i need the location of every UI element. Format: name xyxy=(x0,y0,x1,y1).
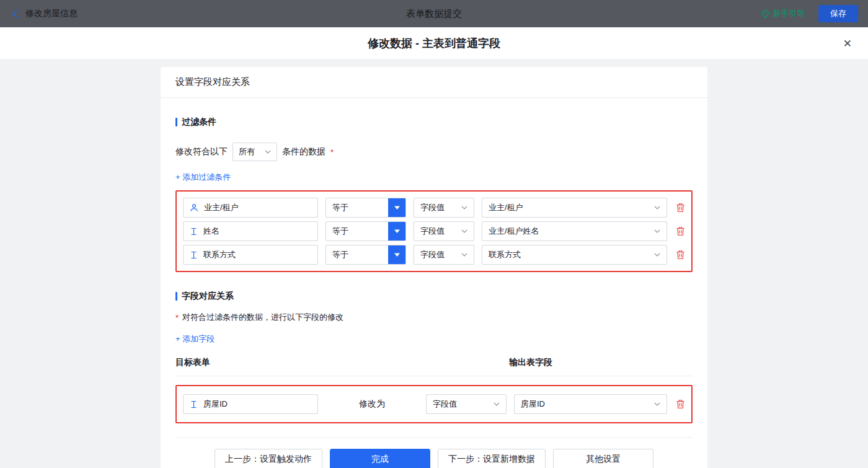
user-icon xyxy=(190,203,198,212)
text-field-icon xyxy=(190,227,198,236)
operator-value: 等于 xyxy=(332,249,348,260)
text-field-icon xyxy=(190,400,198,408)
value-type-select[interactable]: 字段值 xyxy=(414,221,474,241)
mapping-table-header: 目标表单 输出表字段 xyxy=(175,357,693,376)
close-icon[interactable]: ✕ xyxy=(843,38,852,48)
field-mapping-highlight-box: 房屋ID 修改为 字段值 房屋ID xyxy=(175,385,693,423)
card-footer: 上一步：设置触发动作 完成 下一步：设置新增数据 其他设置 xyxy=(175,438,693,468)
required-mark: * xyxy=(175,313,179,322)
value: 业主/租户 xyxy=(489,202,523,213)
card-body: 过滤条件 修改符合以下 所有 条件的数据 * + 添加过滤条件 xyxy=(161,98,707,468)
value-type-select[interactable]: 字段值 xyxy=(414,198,474,218)
required-mark: * xyxy=(330,148,334,157)
mapping-description-text: 对符合过滤条件的数据，进行以下字段的修改 xyxy=(182,312,343,323)
delete-icon[interactable] xyxy=(676,226,685,236)
delete-icon[interactable] xyxy=(676,250,685,260)
guide-label: 新手引导 xyxy=(773,8,805,19)
chevron-down-icon xyxy=(461,229,467,233)
value-type-select[interactable]: 字段值 xyxy=(426,394,507,414)
add-filter-condition-link[interactable]: + 添加过滤条件 xyxy=(175,172,231,182)
settings-card: 设置字段对应关系 过滤条件 修改符合以下 所有 条件的数据 * xyxy=(161,67,707,468)
filter-condition-row: 业主/租户 等于 字段值 业主/ xyxy=(183,198,685,218)
value-select[interactable]: 联系方式 xyxy=(482,245,667,265)
save-button[interactable]: 保存 xyxy=(818,5,858,22)
beginner-guide-link[interactable]: 新手引导 xyxy=(761,8,805,19)
value-type: 字段值 xyxy=(420,249,445,260)
topbar-left: 修改房屋信息 xyxy=(10,8,78,19)
dialog-title: 修改数据 - 主表到普通字段 xyxy=(368,36,500,51)
filter-condition-row: 姓名 等于 字段值 业主/租户姓 xyxy=(183,221,685,241)
other-settings-button[interactable]: 其他设置 xyxy=(553,449,653,468)
chevron-down-icon xyxy=(494,402,500,406)
field-name: 联系方式 xyxy=(203,249,236,260)
value-type-select[interactable]: 字段值 xyxy=(414,245,474,265)
add-field-link[interactable]: + 添加字段 xyxy=(175,334,215,343)
chevron-down-icon xyxy=(265,150,271,154)
filter-section-label: 过滤条件 xyxy=(182,117,216,128)
add-filter-row: + 添加过滤条件 xyxy=(175,171,693,183)
field-input[interactable]: 姓名 xyxy=(183,221,318,241)
filter-section-title: 过滤条件 xyxy=(175,117,693,128)
flow-title: 表单数据提交 xyxy=(406,8,462,20)
column-header-target-form: 目标表单 xyxy=(175,357,210,367)
field-input[interactable]: 房屋ID xyxy=(183,394,318,414)
chevron-down-icon xyxy=(654,253,660,257)
value-select[interactable]: 业主/租户姓名 xyxy=(482,221,667,241)
match-mode-value: 所有 xyxy=(239,146,255,157)
card-title: 设置字段对应关系 xyxy=(175,76,250,88)
next-step-button[interactable]: 下一步：设置新增数据 xyxy=(438,449,546,468)
operator-value: 等于 xyxy=(332,202,348,213)
chevron-down-icon xyxy=(654,206,660,210)
field-name: 姓名 xyxy=(203,226,219,237)
chevron-down-icon xyxy=(461,206,467,210)
chevron-down-icon[interactable] xyxy=(388,222,405,241)
field-name: 业主/租户 xyxy=(204,202,239,213)
mapping-section-label: 字段对应关系 xyxy=(182,291,234,302)
top-bar: 修改房屋信息 表单数据提交 新手引导 保存 xyxy=(0,0,868,27)
prev-step-button[interactable]: 上一步：设置触发动作 xyxy=(215,449,322,468)
mapping-description: * 对符合过滤条件的数据，进行以下字段的修改 xyxy=(175,312,693,323)
chevron-down-icon[interactable] xyxy=(388,245,405,264)
operator-select[interactable]: 等于 xyxy=(326,221,406,241)
chevron-down-icon xyxy=(654,402,660,406)
delete-icon[interactable] xyxy=(676,399,685,409)
chevron-down-icon xyxy=(461,253,467,257)
chevron-down-icon xyxy=(654,229,660,233)
topbar-right: 新手引导 保存 xyxy=(761,5,858,22)
value-type: 字段值 xyxy=(420,202,445,213)
operator-value: 等于 xyxy=(332,226,348,237)
value-type: 字段值 xyxy=(433,399,457,410)
condition-suffix: 条件的数据 xyxy=(282,146,326,157)
value: 业主/租户姓名 xyxy=(489,226,539,237)
operator-select[interactable]: 等于 xyxy=(326,198,406,218)
field-name: 房屋ID xyxy=(203,399,228,410)
value: 房屋ID xyxy=(521,399,545,410)
value-select[interactable]: 房屋ID xyxy=(514,394,667,414)
done-button[interactable]: 完成 xyxy=(330,449,430,468)
field-input[interactable]: 联系方式 xyxy=(183,245,318,265)
dialog-header: 修改数据 - 主表到普通字段 ✕ xyxy=(0,27,868,59)
card-header: 设置字段对应关系 xyxy=(161,67,707,98)
value-type: 字段值 xyxy=(420,226,445,237)
delete-icon[interactable] xyxy=(676,203,685,213)
section-bar xyxy=(175,292,177,301)
value: 联系方式 xyxy=(489,249,521,260)
operator-select[interactable]: 等于 xyxy=(326,245,406,265)
dialog-body: 设置字段对应关系 过滤条件 修改符合以下 所有 条件的数据 * xyxy=(0,59,868,468)
condition-prefix: 修改符合以下 xyxy=(175,146,228,157)
field-input[interactable]: 业主/租户 xyxy=(183,198,318,218)
page-title: 修改房屋信息 xyxy=(25,8,78,19)
field-mapping-row: 房屋ID 修改为 字段值 房屋ID xyxy=(183,394,685,414)
location-pin-icon xyxy=(761,9,769,19)
mapping-section-title: 字段对应关系 xyxy=(175,291,693,302)
modify-to-label: 修改为 xyxy=(326,399,418,410)
condition-match-line: 修改符合以下 所有 条件的数据 * xyxy=(175,143,693,161)
column-header-output-field: 输出表字段 xyxy=(509,357,552,368)
filter-condition-row: 联系方式 等于 字段值 联系方式 xyxy=(183,245,685,265)
match-mode-select[interactable]: 所有 xyxy=(232,143,277,161)
back-icon[interactable] xyxy=(10,9,20,19)
add-field-row: + 添加字段 xyxy=(175,333,693,345)
chevron-down-icon[interactable] xyxy=(388,198,405,217)
section-bar xyxy=(175,118,177,126)
value-select[interactable]: 业主/租户 xyxy=(482,198,667,218)
